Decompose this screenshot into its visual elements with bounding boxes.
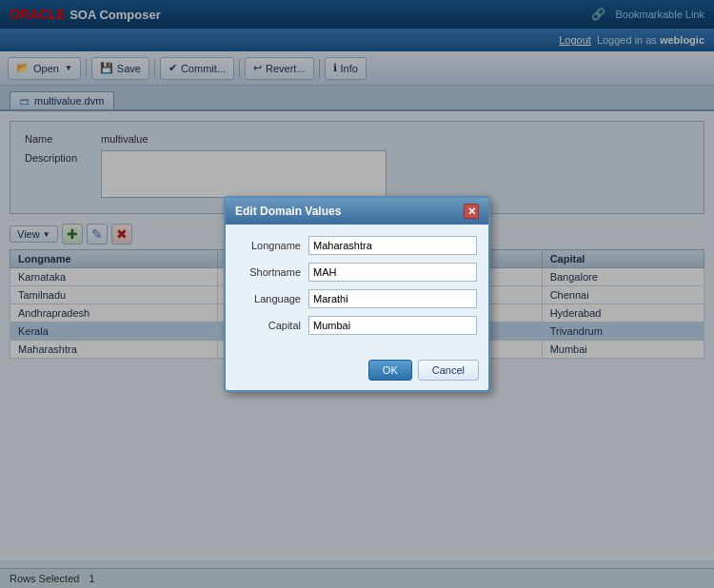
modal-shortname-input[interactable] [308,263,477,282]
modal-header: Edit Domain Values ✕ [226,198,488,225]
modal-close-button[interactable]: ✕ [464,204,479,219]
app-wrapper: ORACLE SOA Composer 🔗 Bookmarkable Link … [0,0,714,588]
edit-domain-values-modal: Edit Domain Values ✕ Longname Shortname … [224,196,490,392]
modal-cancel-button[interactable]: Cancel [418,360,479,381]
modal-body: Longname Shortname Language Capital [226,225,488,354]
modal-capital-row: Capital [237,316,477,335]
modal-language-input[interactable] [308,289,477,308]
modal-footer: OK Cancel [226,354,488,390]
modal-language-row: Language [237,289,477,308]
modal-shortname-row: Shortname [237,263,477,282]
modal-capital-input[interactable] [308,316,477,335]
modal-longname-row: Longname [237,236,477,255]
modal-language-label: Language [237,293,308,304]
modal-shortname-label: Shortname [237,266,308,278]
modal-ok-button[interactable]: OK [368,360,412,381]
modal-longname-label: Longname [237,240,308,251]
modal-title: Edit Domain Values [235,205,341,218]
modal-capital-label: Capital [237,320,308,331]
modal-overlay: Edit Domain Values ✕ Longname Shortname … [0,0,714,588]
modal-longname-input[interactable] [308,236,477,255]
